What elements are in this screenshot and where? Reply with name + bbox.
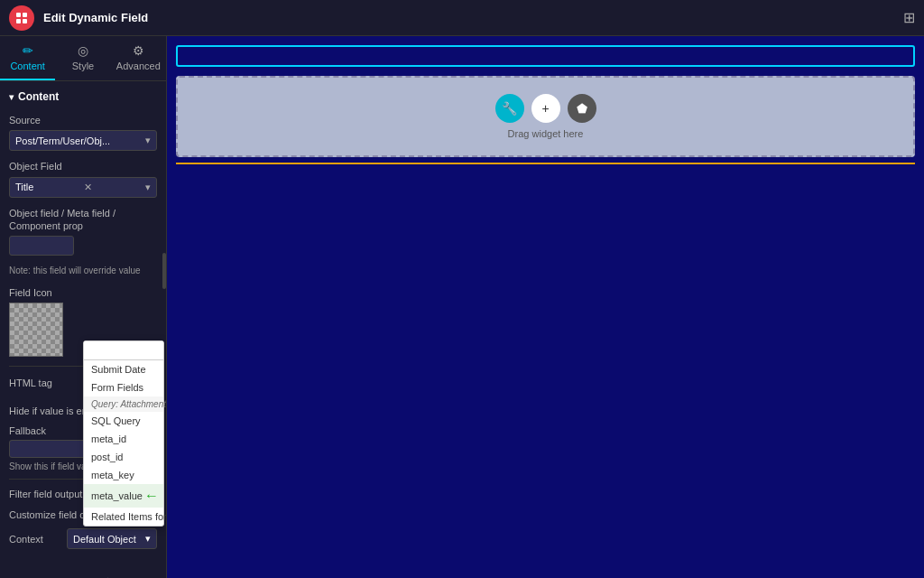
context-row: Context Default Object ▾ bbox=[9, 528, 157, 549]
advanced-tab-icon: ⚙ bbox=[133, 43, 144, 58]
context-label: Context bbox=[9, 534, 43, 545]
widget-add-button[interactable]: + bbox=[531, 94, 560, 123]
object-field-label: Object Field bbox=[9, 160, 157, 172]
dropdown-item-sql-query[interactable]: SQL Query bbox=[84, 412, 163, 430]
dropdown-item-form-fields[interactable]: Form Fields bbox=[84, 378, 163, 396]
sidebar-scrollbar[interactable] bbox=[162, 253, 166, 289]
widget-settings-button[interactable]: 🔧 bbox=[495, 94, 524, 123]
fallback-label: Fallback bbox=[9, 425, 46, 436]
need-help[interactable]: Need Help ⓘ bbox=[0, 567, 166, 578]
source-select[interactable]: Post/Term/User/Obj... ▾ bbox=[9, 130, 157, 151]
context-value: Default Object bbox=[73, 534, 136, 545]
tab-style[interactable]: ◎ Style bbox=[55, 36, 110, 80]
tab-style-label: Style bbox=[72, 61, 94, 71]
section-header: ▾ Content bbox=[9, 90, 157, 103]
dropdown-item-submit-date[interactable]: Submit Date bbox=[84, 360, 163, 378]
meta-field-row: Object field / Meta field / Component pr… bbox=[9, 207, 157, 256]
dropdown-item-post-id[interactable]: post_id bbox=[84, 448, 163, 466]
tab-content[interactable]: ✏ Content bbox=[0, 36, 55, 80]
object-field-arrow: ▾ bbox=[145, 182, 151, 193]
logo bbox=[9, 5, 34, 31]
dropdown-item-query-attachment: Query: Attachment bbox=[84, 396, 163, 412]
svg-rect-3 bbox=[23, 19, 27, 23]
meta-field-dropdown: Submit Date Form Fields Query: Attachmen… bbox=[83, 340, 164, 527]
object-field-x-icon: ✕ bbox=[84, 182, 92, 193]
content-tab-icon: ✏ bbox=[23, 43, 33, 58]
section-arrow-icon: ▾ bbox=[9, 92, 14, 102]
context-arrow: ▾ bbox=[145, 533, 151, 545]
dropdown-item-meta-id[interactable]: meta_id bbox=[84, 430, 163, 448]
dropdown-item-meta-value[interactable]: meta_value ← bbox=[84, 484, 163, 508]
object-field-value: Title bbox=[15, 182, 33, 192]
html-tag-label: HTML tag bbox=[9, 377, 52, 389]
tab-advanced[interactable]: ⚙ Advanced bbox=[111, 36, 166, 80]
orange-separator-line bbox=[176, 163, 915, 164]
svg-rect-2 bbox=[16, 19, 21, 23]
object-field-select[interactable]: Title ✕ ▾ bbox=[9, 177, 157, 198]
main-layout: ✏ Content ◎ Style ⚙ Advanced ▾ Content S… bbox=[0, 36, 924, 578]
green-arrow-icon: ← bbox=[144, 488, 159, 504]
filter-field-output-label: Filter field output bbox=[9, 489, 82, 499]
widget-drag-button[interactable]: ⬟ bbox=[568, 94, 596, 123]
source-dropdown-arrow: ▾ bbox=[145, 135, 151, 146]
meta-field-input[interactable] bbox=[9, 236, 74, 256]
dropdown-item-related-items[interactable]: Related Items for bbox=[84, 508, 163, 526]
widget-controls: 🔧 + ⬟ bbox=[495, 94, 596, 123]
topbar: Edit Dynamic Field ⊞ bbox=[0, 0, 924, 36]
meta-field-label: Object field / Meta field / Component pr… bbox=[9, 207, 157, 233]
svg-rect-1 bbox=[23, 13, 27, 17]
context-select[interactable]: Default Object ▾ bbox=[67, 528, 157, 549]
dropdown-search-input[interactable] bbox=[84, 341, 163, 360]
sidebar: ✏ Content ◎ Style ⚙ Advanced ▾ Content S… bbox=[0, 36, 167, 578]
source-select-value: Post/Term/User/Obj... bbox=[15, 135, 110, 146]
note-text: Note: this field will override value bbox=[9, 265, 157, 277]
svg-rect-0 bbox=[16, 13, 21, 17]
tab-content-label: Content bbox=[10, 61, 45, 71]
style-tab-icon: ◎ bbox=[78, 43, 88, 58]
url-bar[interactable] bbox=[176, 45, 915, 67]
tab-advanced-label: Advanced bbox=[116, 61, 161, 71]
widget-area: 🔧 + ⬟ Drag widget here bbox=[176, 76, 915, 157]
source-label: Source bbox=[9, 114, 157, 126]
canvas-area: 🔧 + ⬟ Drag widget here bbox=[167, 36, 924, 578]
page-title: Edit Dynamic Field bbox=[43, 11, 894, 24]
dropdown-item-meta-key[interactable]: meta_key bbox=[84, 466, 163, 484]
icon-placeholder bbox=[9, 303, 63, 357]
grid-icon[interactable]: ⊞ bbox=[903, 9, 915, 26]
source-field-row: Source Post/Term/User/Obj... ▾ bbox=[9, 114, 157, 151]
sidebar-tabs: ✏ Content ◎ Style ⚙ Advanced bbox=[0, 36, 166, 81]
drag-text: Drag widget here bbox=[508, 128, 584, 139]
section-label: Content bbox=[18, 90, 59, 103]
sidebar-content: ▾ Content Source Post/Term/User/Obj... ▾… bbox=[0, 81, 166, 567]
field-icon-label: Field Icon bbox=[9, 286, 157, 299]
object-field-row: Object Field Title ✕ ▾ bbox=[9, 160, 157, 197]
